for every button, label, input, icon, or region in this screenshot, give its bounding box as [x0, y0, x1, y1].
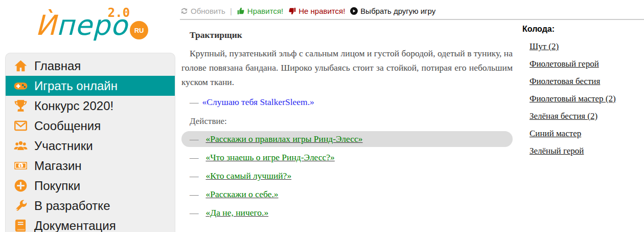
wrench-icon — [14, 199, 28, 213]
sidebar-item-messages[interactable]: Сообщения — [6, 116, 175, 136]
logo-version: 2.0 — [108, 6, 130, 20]
sidebar-item-label: Покупки — [34, 179, 80, 193]
deck-card-link[interactable]: Синий мастер — [530, 129, 642, 139]
dialogue-area: Трактирщик Крупный, пузатенький эльф с с… — [181, 26, 513, 223]
action-label: Действие: — [190, 116, 513, 126]
play-circle-icon — [350, 7, 358, 15]
deck-card-link[interactable]: Фиолетовый герой — [530, 59, 642, 69]
dialogue-dash: — — [190, 171, 199, 181]
deck-title: Колода: — [522, 25, 642, 34]
refresh-label: Обновить — [191, 7, 225, 15]
sidebar-item-contest[interactable]: Конкурс 2020! — [6, 96, 175, 116]
gamepad-icon — [14, 79, 28, 93]
npc-name: Трактирщик — [190, 30, 513, 40]
main-menu: Главная Играть онлайн Конкурс 2020! Сооб… — [5, 53, 175, 232]
deck-card-link[interactable]: Зелёный герой — [530, 146, 642, 156]
dialogue-option-link[interactable]: «Расскажи о себе.» — [206, 189, 279, 200]
envelope-icon — [14, 119, 28, 133]
dialogue-option-link[interactable]: «Кто самый лучший?» — [206, 171, 292, 181]
dialogue-option-link[interactable]: «Да не, ничего.» — [206, 207, 269, 218]
choose-other-game-button[interactable]: Выбрать другую игру — [350, 7, 435, 15]
npc-dialogue-line: —«Слушаю тебя StalkerSleem.» — [190, 97, 513, 108]
refresh-icon — [180, 7, 189, 15]
toolbar-separator: | — [230, 7, 232, 15]
book-icon — [14, 219, 28, 232]
like-button[interactable]: Нравится! — [237, 7, 283, 15]
logo-ru-badge: RU — [130, 21, 148, 39]
sidebar-item-label: Играть онлайн — [34, 79, 118, 93]
sidebar-item-home[interactable]: Главная — [6, 56, 175, 76]
dialogue-option[interactable]: —«Что знаешь о игре Ринд-Элесс?» — [181, 150, 513, 165]
dislike-label: Не нравится! — [298, 7, 345, 15]
dialogue-dash: — — [190, 189, 199, 200]
choose-other-game-label: Выбрать другую игру — [360, 7, 435, 15]
refresh-button[interactable]: Обновить — [180, 7, 225, 15]
sidebar-item-label: Сообщения — [34, 119, 101, 133]
site-logo[interactable]: Ѝперо 2.0 RU — [5, 0, 175, 51]
sidebar-item-label: Главная — [34, 59, 81, 73]
dialogue-option[interactable]: —«Да не, ничего.» — [181, 205, 513, 221]
thumbs-up-icon — [237, 7, 245, 15]
sidebar-item-members[interactable]: Участники — [6, 136, 175, 156]
like-label: Нравится! — [247, 7, 283, 15]
dialogue-option-link[interactable]: «Что знаешь о игре Ринд-Элесс?» — [206, 152, 335, 163]
sidebar-item-label: Участники — [34, 139, 93, 153]
toolbar-divider — [180, 19, 644, 20]
dialogue-option[interactable]: —«Расскажи о правилах игры Ринд-Элесс» — [181, 131, 513, 147]
deck-panel: Колода: Шут (2) Фиолетовый герой Фиолето… — [522, 25, 642, 163]
deck-card-link[interactable]: Шут (2) — [530, 41, 642, 52]
dislike-button[interactable]: Не нравится! — [288, 7, 345, 15]
dialogue-option-link[interactable]: «Расскажи о правилах игры Ринд-Элесс» — [206, 134, 363, 144]
npc-dialogue-link[interactable]: «Слушаю тебя StalkerSleem.» — [202, 97, 314, 107]
dialogue-dash: — — [190, 97, 199, 107]
sidebar-item-label: Документация — [34, 219, 116, 232]
sidebar-item-purchases[interactable]: Покупки — [6, 176, 175, 196]
dialogue-option[interactable]: —«Кто самый лучший?» — [181, 168, 513, 184]
trophy-icon — [14, 99, 28, 113]
sidebar-item-in-development[interactable]: В разработке — [6, 196, 175, 216]
deck-card-link[interactable]: Фиолетовая бестия — [530, 76, 642, 87]
sidebar-item-label: В разработке — [34, 199, 110, 213]
sidebar-item-play-online[interactable]: Играть онлайн — [6, 76, 175, 96]
svg-text:1: 1 — [19, 163, 22, 168]
dialogue-options: —«Расскажи о правилах игры Ринд-Элесс» —… — [181, 131, 513, 221]
logo-brand-first-letter: Ѝ — [35, 9, 56, 41]
dialogue-option[interactable]: —«Расскажи о себе.» — [181, 186, 513, 202]
logo-wrap: Ѝперо 2.0 RU — [35, 12, 145, 39]
deck-card-link[interactable]: Фиолетовый мастер (2) — [530, 94, 642, 104]
sidebar-item-label: Магазин — [34, 159, 82, 173]
game-toolbar: Обновить | Нравится! Не нравится! Выбрат… — [180, 5, 435, 17]
users-icon — [14, 139, 28, 153]
dialogue-dash: — — [190, 152, 199, 163]
sidebar-item-label: Конкурс 2020! — [34, 99, 113, 113]
deck-card-link[interactable]: Зелёная бестия (2) — [530, 111, 642, 121]
thumbs-down-icon — [288, 7, 296, 15]
sidebar-item-documentation[interactable]: Документация — [6, 216, 175, 232]
sidebar-item-shop[interactable]: 1 Магазин — [6, 156, 175, 176]
plus-circle-icon — [14, 179, 28, 193]
dialogue-dash: — — [190, 134, 199, 144]
money-icon: 1 — [14, 159, 28, 173]
home-icon — [14, 59, 28, 73]
npc-description: Крупный, пузатенький эльф с сальным лицо… — [181, 46, 513, 89]
dialogue-dash: — — [190, 207, 199, 218]
